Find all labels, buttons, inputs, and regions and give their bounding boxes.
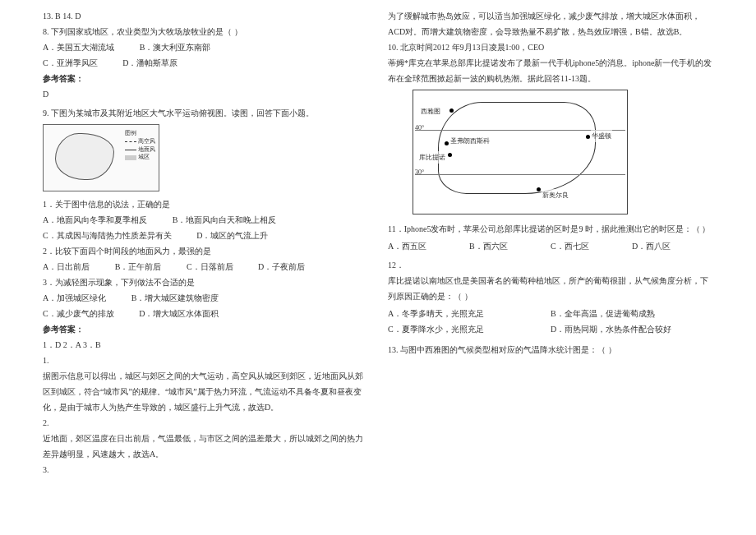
dot-cupertino-icon [448,153,452,157]
q9-legend: 图例 高空风 地面风 城区 [125,130,155,162]
q9-1-d: D．城区的气流上升 [196,228,268,243]
question-8: 8. 下列国家或地区，农业类型为大牧场放牧业的是（ ） A．美国五大湖流域 B．… [43,24,368,102]
q11-stem: 11．Iphone5发布时，苹果公司总部库比提诺的区时是9 时，据此推测出它的时… [388,221,713,237]
q9-3-d: D．增大城区水体面积 [139,306,219,321]
legend-a: 高空风 [138,138,155,146]
q9-2-b: B．正午前后 [115,259,162,274]
q9-2-c: C．日落前后 [187,259,233,274]
lat-40-label: 40° [415,122,424,134]
dot-sf-icon [445,141,449,145]
q10-line2: 蒂姆*库克在苹果总部库比提诺发布了最新一代手机iphone5的消息。iphone… [388,55,713,86]
q9-ans-label: 参考答案： [43,321,368,337]
q9-sub1: 1．关于图中信息的说法，正确的是 [43,196,368,212]
label-washington: 华盛顿 [591,130,612,142]
q9-2-d: D．子夜前后 [258,259,305,274]
question-11: 11．Iphone5发布时，苹果公司总部库比提诺的区时是9 时，据此推测出它的时… [388,221,713,254]
q12-stem: 库比提诺以南地区也是美国著名的葡萄种植地区，所产的葡萄很甜，从气候角度分析，下列… [388,273,713,304]
label-neworleans: 新奥尔良 [542,189,569,201]
q11-a: A．西五区 [388,238,469,254]
q9-1-c: C．其成因与海陆热力性质差异有关 [43,228,172,243]
dashed-line-icon [125,141,136,142]
q10-line1: 10. 北京时间2012 年9月13日凌晨1:00，CEO [388,39,713,55]
arrow-line-icon [125,150,136,150]
q8-opt-b: B．澳大利亚东南部 [140,39,211,55]
q11-d: D．西八区 [632,238,713,254]
q12-d: D．雨热同期，水热条件配合较好 [551,321,713,337]
q9-ans-line: 1．D 2．A 3．B [43,337,368,353]
dot-washington-icon [586,135,590,139]
q8-ans-label: 参考答案： [43,71,368,86]
legend-b: 地面风 [138,146,155,155]
q12-num: 12． [388,257,713,273]
q9-3-a: A．加强城区绿化 [43,290,106,306]
prev-answers: 13. B 14. D [43,8,368,24]
q12-c: C．夏季降水少，光照充足 [388,321,551,337]
q9-exp1: 据图示信息可以得出，城区与郊区之间的大气运动，高空风从城区到郊区，近地面风从郊区… [43,368,368,415]
q9-exp2: 近地面，郊区温度在日出前后，气温最低，与市区之间的温差最大，所以城郊之间的热力差… [43,431,368,462]
q9-exp1-label: 1. [43,353,368,368]
question-13: 13. 与图中西雅图的气候类型相对应的气温降水统计图是：（ ） [388,342,713,357]
q9-2-a: A．日出前后 [43,259,90,274]
q13-stem: 13. 与图中西雅图的气候类型相对应的气温降水统计图是：（ ） [388,342,713,357]
dot-seattle-icon [449,108,454,113]
q9-sub3: 3．为减轻图示现象，下列做法不合适的是 [43,274,368,290]
q9-exp3-cont: 为了缓解城市热岛效应，可以适当加强城区绿化，减少废气排放，增大城区水体面积，AC… [388,8,713,39]
dot-neworleans-icon [537,187,541,191]
q8-opt-d: D．潘帕斯草原 [122,55,177,71]
legend-title: 图例 [125,130,155,138]
label-seattle: 西雅图 [420,105,441,118]
label-cupertino: 库比提诺 [418,151,446,164]
q8-stem: 8. 下列国家或地区，农业类型为大牧场放牧业的是（ ） [43,24,368,39]
q8-ans: D [43,86,368,102]
q12-a: A．冬季多晴天，光照充足 [388,306,551,321]
q9-3-c: C．减少废气的排放 [43,306,114,321]
q9-figure: 图例 高空风 地面风 城区 [43,124,159,191]
legend-c: 城区 [138,154,150,162]
q9-stem: 9. 下图为某城市及其附近地区大气水平运动俯视图。读图，回答下面小题。 [43,105,368,121]
q9-1-a: A．地面风向冬季和夏季相反 [43,212,147,228]
q9-exp3-label: 3. [43,462,368,477]
usa-map: 40° 30° 西雅图 圣弗朗西斯科 库比提诺 华盛顿 新奥尔良 [413,90,628,214]
q9-sub2: 2．比较下面四个时间段的地面风力，最强的是 [43,243,368,259]
q8-opt-c: C．亚洲季风区 [43,55,98,71]
q11-b: B．西六区 [469,238,551,254]
q9-1-b: B．地面风向白天和晚上相反 [173,212,277,228]
question-9: 9. 下图为某城市及其附近地区大气水平运动俯视图。读图，回答下面小题。 图例 高… [43,105,368,477]
lat-30-label: 30° [415,166,424,178]
q8-opt-a: A．美国五大湖流域 [43,39,114,55]
q9-3-b: B．增大城区建筑物密度 [131,290,219,306]
lat-30-line [415,174,625,175]
q9-exp2-label: 2. [43,415,368,431]
map-outline-icon [438,102,596,194]
q12-b: B．全年高温，促进葡萄成熟 [551,306,713,321]
question-10: 10. 北京时间2012 年9月13日凌晨1:00，CEO 蒂姆*库克在苹果总部… [388,39,713,214]
q11-c: C．西七区 [551,238,632,254]
question-12: 12． 库比提诺以南地区也是美国著名的葡萄种植地区，所产的葡萄很甜，从气候角度分… [388,257,713,337]
gray-box-icon [125,155,136,160]
city-blob-icon [55,133,114,180]
label-sf: 圣弗朗西斯科 [449,135,491,147]
